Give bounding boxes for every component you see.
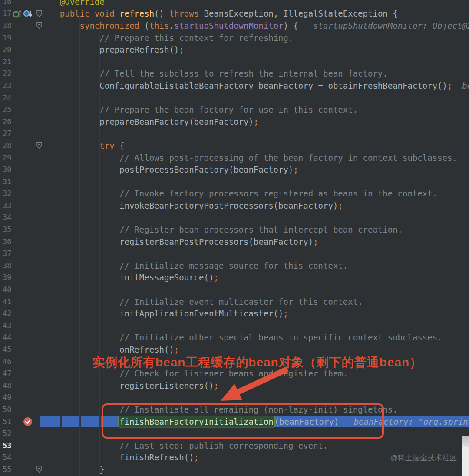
code-text[interactable]: ConfigurableListableBeanFactory beanFact… (40, 80, 469, 92)
gutter[interactable]: 45 (0, 343, 40, 356)
gutter[interactable]: 48 (0, 379, 40, 392)
fold-collapse-icon[interactable] (36, 142, 43, 149)
code-line[interactable]: 43 (0, 320, 469, 332)
code-text[interactable]: // Prepare this context for refreshing. (40, 32, 469, 44)
fold-collapse-icon[interactable] (36, 10, 43, 17)
code-line[interactable]: 53// Last step: publish corresponding ev… (0, 439, 469, 452)
gutter[interactable]: 24 (0, 92, 40, 104)
code-line[interactable]: 41// Initialize event multicaster for th… (0, 296, 469, 308)
code-text[interactable]: registerListeners(); (40, 379, 469, 392)
code-line[interactable]: 39initMessageSource(); (0, 272, 469, 284)
code-line[interactable]: 34 (0, 212, 469, 224)
code-line[interactable]: 50// Instantiate all remaining (non-lazy… (0, 403, 469, 416)
gutter[interactable]: 22 (0, 68, 40, 80)
code-text[interactable]: // Tell the subclass to refresh the inte… (40, 68, 469, 80)
code-line[interactable]: 20prepareRefresh(); (0, 43, 469, 56)
code-text[interactable] (40, 56, 469, 68)
code-line[interactable]: 33invokeBeanFactoryPostProcessors(beanFa… (0, 200, 469, 212)
gutter[interactable]: 17 (0, 8, 40, 20)
code-text[interactable]: initApplicationEventMulticaster(); (40, 307, 469, 320)
code-line[interactable]: 16@Override (0, 0, 469, 8)
gutter[interactable]: 40 (0, 283, 40, 296)
code-text[interactable] (40, 427, 469, 439)
gutter[interactable]: 54 (0, 452, 40, 464)
code-line[interactable]: 36registerBeanPostProcessors(beanFactory… (0, 236, 469, 248)
gutter[interactable]: 16 (0, 0, 40, 8)
gutter[interactable]: 28 (0, 140, 40, 152)
code-line[interactable]: 55} (0, 463, 469, 476)
gutter[interactable]: 27 (0, 128, 40, 140)
gutter[interactable]: 19 (0, 32, 40, 44)
gutter[interactable]: 30 (0, 163, 40, 176)
gutter[interactable]: 38 (0, 260, 40, 272)
code-text[interactable]: postProcessBeanFactory(beanFactory); (40, 163, 469, 176)
gutter[interactable]: 41 (0, 296, 40, 308)
code-text[interactable] (40, 392, 469, 404)
gutter[interactable]: 46 (0, 356, 40, 368)
code-text[interactable]: @Override (40, 0, 469, 8)
code-line[interactable]: 35// Register bean processors that inter… (0, 223, 469, 236)
gutter[interactable]: 21 (0, 56, 40, 68)
code-line[interactable]: 52 (0, 427, 469, 439)
gutter[interactable]: 34 (0, 212, 40, 224)
code-text[interactable] (40, 92, 469, 104)
code-line[interactable]: 45onRefresh(); (0, 343, 469, 356)
gutter[interactable]: 31 (0, 176, 40, 188)
gutter[interactable]: 33 (0, 200, 40, 212)
gutter[interactable]: 42 (0, 307, 40, 320)
code-line[interactable]: 49 (0, 392, 469, 404)
code-text[interactable]: // Prepare the bean factory for use in t… (40, 103, 469, 116)
code-text[interactable]: // Invoke factory processors registered … (40, 188, 469, 200)
code-text[interactable] (40, 212, 469, 224)
gutter[interactable]: 39 (0, 272, 40, 284)
code-text[interactable]: // Last step: publish corresponding even… (40, 439, 469, 452)
code-text[interactable]: // Instantiate all remaining (non-lazy-i… (40, 403, 469, 416)
code-text[interactable]: // Initialize event multicaster for this… (40, 296, 469, 308)
code-line[interactable]: 27 (0, 128, 469, 140)
code-text[interactable]: prepareRefresh(); (40, 43, 469, 56)
code-text[interactable]: // Initialize message source for this co… (40, 260, 469, 272)
code-text[interactable]: try { (40, 140, 469, 152)
code-line[interactable]: 23ConfigurableListableBeanFactory beanFa… (0, 80, 469, 92)
gutter[interactable]: 23 (0, 80, 40, 92)
code-line[interactable]: 40 (0, 283, 469, 296)
code-line[interactable]: 24 (0, 92, 469, 104)
code-line[interactable]: 42initApplicationEventMulticaster(); (0, 307, 469, 320)
gutter[interactable]: 43 (0, 320, 40, 332)
overridden-method-icon[interactable] (23, 9, 33, 19)
code-line[interactable]: 26prepareBeanFactory(beanFactory); (0, 116, 469, 128)
code-line[interactable]: 30postProcessBeanFactory(beanFactory); (0, 163, 469, 176)
code-line[interactable]: 28try { (0, 140, 469, 152)
code-line[interactable]: 17public void refresh() throws BeansExce… (0, 8, 469, 20)
code-line[interactable]: 22// Tell the subclass to refresh the in… (0, 68, 469, 80)
gutter[interactable]: 26 (0, 116, 40, 128)
code-text[interactable] (40, 320, 469, 332)
code-text[interactable]: initMessageSource(); (40, 272, 469, 284)
gutter[interactable]: 25 (0, 103, 40, 116)
overriding-method-icon[interactable] (12, 9, 23, 19)
code-line[interactable]: 25// Prepare the bean factory for use in… (0, 103, 469, 116)
code-text[interactable]: public void refresh() throws BeansExcept… (40, 8, 469, 20)
gutter[interactable]: 37 (0, 247, 40, 260)
gutter[interactable]: 55 (0, 463, 40, 476)
code-text[interactable]: registerBeanPostProcessors(beanFactory); (40, 236, 469, 248)
code-line[interactable]: 32// Invoke factory processors registere… (0, 188, 469, 200)
gutter[interactable]: 18 (0, 20, 40, 32)
code-text[interactable] (40, 176, 469, 188)
code-text[interactable]: } (40, 463, 469, 476)
code-text[interactable]: prepareBeanFactory(beanFactory); (40, 116, 469, 128)
gutter[interactable]: 51 (0, 416, 40, 428)
code-line[interactable]: 48registerListeners(); (0, 379, 469, 392)
code-line[interactable]: 31 (0, 176, 469, 188)
gutter[interactable]: 20 (0, 43, 40, 56)
code-line[interactable]: 44// Initialize other special beans in s… (0, 332, 469, 344)
gutter[interactable]: 35 (0, 223, 40, 236)
code-line[interactable]: 38// Initialize message source for this … (0, 260, 469, 272)
code-text[interactable] (40, 247, 469, 260)
code-area[interactable]: 16@Override17public void refresh() throw… (0, 0, 469, 476)
fold-collapse-icon[interactable] (36, 22, 43, 29)
gutter[interactable]: 49 (0, 392, 40, 404)
code-text[interactable]: invokeBeanFactoryPostProcessors(beanFact… (40, 200, 469, 212)
gutter[interactable]: 47 (0, 367, 40, 379)
code-text[interactable]: // Register bean processors that interce… (40, 223, 469, 236)
